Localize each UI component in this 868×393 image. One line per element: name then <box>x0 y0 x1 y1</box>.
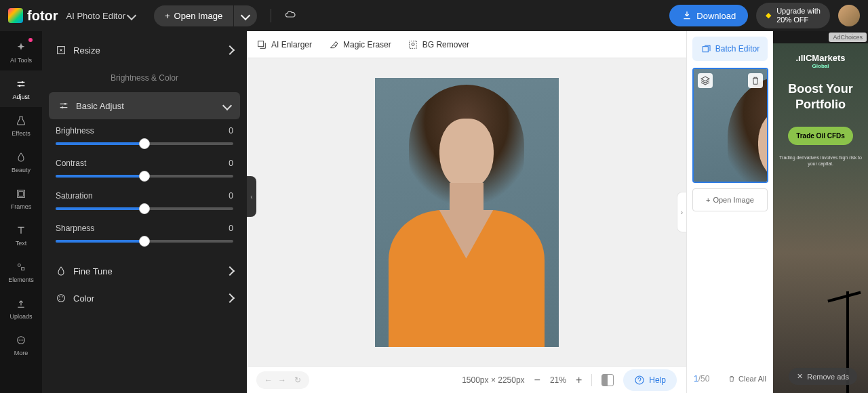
help-button[interactable]: Help <box>623 369 677 391</box>
sharpness-slider[interactable] <box>56 240 233 243</box>
nav-effects[interactable]: Effects <box>0 107 42 144</box>
ad-column: AdChoices .ılICMarkets Global Boost Your… <box>773 31 868 393</box>
svg-point-4 <box>18 264 20 266</box>
svg-rect-3 <box>19 192 24 196</box>
upgrade-button[interactable]: ◆ Upgrade with 20% OFF <box>756 3 830 28</box>
svg-point-13 <box>58 295 65 302</box>
magic-eraser-tool[interactable]: Magic Eraser <box>328 39 391 50</box>
image-thumbnail[interactable] <box>692 68 768 183</box>
ad-brand-sub: Global <box>796 63 846 69</box>
nav-label: Elements <box>8 276 34 283</box>
shapes-icon <box>14 260 28 274</box>
open-image-tile[interactable]: + Open Image <box>692 188 768 211</box>
edited-photo[interactable] <box>375 78 559 347</box>
upgrade-line2: 20% OFF <box>776 16 821 24</box>
svg-point-14 <box>59 296 60 297</box>
brightness-slider[interactable] <box>56 142 233 145</box>
compare-icon[interactable] <box>601 374 614 386</box>
slider-thumb[interactable] <box>139 236 150 247</box>
sliders-icon <box>14 77 28 91</box>
tool-label: Magic Eraser <box>343 40 391 49</box>
contrast-slider-group: Contrast0 <box>42 154 247 187</box>
slider-label: Saturation <box>56 191 93 201</box>
right-panel-expand-handle[interactable]: › <box>677 192 686 232</box>
adchoices-badge[interactable]: AdChoices <box>829 33 867 42</box>
panel-collapse-handle[interactable]: ‹ <box>247 176 256 217</box>
saturation-slider[interactable] <box>56 207 233 210</box>
editor-mode-dropdown[interactable]: AI Photo Editor <box>66 11 135 21</box>
nav-frames[interactable]: Frames <box>0 180 42 217</box>
undo-button[interactable]: ← <box>264 375 273 385</box>
svg-rect-18 <box>409 41 416 48</box>
text-icon <box>14 224 28 237</box>
status-bar: ← → ↻ 1500px × 2250px − 21% + Help <box>247 366 686 393</box>
count-total: /50 <box>698 374 710 384</box>
ai-enlarger-tool[interactable]: AI Enlarger <box>256 39 312 50</box>
nav-elements[interactable]: Elements <box>0 253 42 290</box>
batch-label: Batch Editor <box>715 44 760 54</box>
plus-icon: + <box>165 11 170 21</box>
slider-thumb[interactable] <box>139 171 150 182</box>
redo-button[interactable]: → <box>278 375 286 385</box>
resize-row[interactable]: Resize <box>42 37 247 64</box>
plus-icon: + <box>706 196 710 204</box>
download-button[interactable]: Download <box>669 5 748 26</box>
ad-banner[interactable]: .ılICMarkets Global Boost Your Portfolio… <box>773 43 868 393</box>
contrast-slider[interactable] <box>56 175 233 178</box>
slider-thumb[interactable] <box>139 138 150 149</box>
user-avatar[interactable] <box>838 5 860 26</box>
tool-label: BG Remover <box>422 40 469 49</box>
section-brightness-color: Brightness & Color <box>42 64 247 89</box>
slider-value: 0 <box>229 126 233 136</box>
brand-logo[interactable]: fotor <box>8 8 58 24</box>
basic-adjust-label: Basic Adjust <box>76 101 124 111</box>
cloud-sync-icon[interactable] <box>285 9 296 22</box>
download-icon <box>682 10 692 21</box>
nav-uploads[interactable]: Uploads <box>0 290 42 327</box>
slider-value: 0 <box>229 191 233 201</box>
svg-point-11 <box>64 103 66 105</box>
svg-rect-17 <box>258 41 264 46</box>
notification-dot <box>28 38 33 42</box>
help-icon <box>634 375 645 386</box>
svg-point-9 <box>22 339 23 340</box>
fine-tune-row[interactable]: Fine Tune <box>42 257 247 285</box>
bg-remover-tool[interactable]: BG Remover <box>408 39 469 50</box>
delete-thumbnail-button[interactable] <box>748 73 763 88</box>
slider-thumb[interactable] <box>139 203 150 214</box>
layers-icon[interactable] <box>698 73 713 88</box>
basic-adjust-accordion[interactable]: Basic Adjust <box>49 92 240 119</box>
batch-editor-button[interactable]: Batch Editor <box>692 37 768 61</box>
close-icon: ✕ <box>797 372 803 381</box>
resize-icon <box>56 45 66 56</box>
nav-label: More <box>14 350 28 356</box>
open-image-dropdown[interactable] <box>234 5 257 26</box>
nav-text[interactable]: Text <box>0 217 42 253</box>
zoom-in-button[interactable]: + <box>576 374 582 386</box>
svg-rect-2 <box>18 190 25 198</box>
clear-all-label: Clear All <box>738 375 766 383</box>
nav-beauty[interactable]: Beauty <box>0 144 42 180</box>
chevron-down-icon <box>241 10 250 20</box>
svg-point-20 <box>635 376 644 384</box>
sharpness-slider-group: Sharpness0 <box>42 220 247 252</box>
zoom-out-button[interactable]: − <box>534 374 540 386</box>
remove-ads-button[interactable]: ✕ Remove ads <box>789 368 857 385</box>
svg-rect-5 <box>22 268 24 270</box>
color-row[interactable]: Color <box>42 285 247 312</box>
image-count-row: 1/50 Clear All <box>692 370 768 388</box>
history-button[interactable]: ↻ <box>294 375 301 385</box>
canvas-area: AI Enlarger Magic Eraser BG Remover › ← … <box>247 31 686 393</box>
ad-disclaimer: Trading derivatives involves high risk t… <box>778 154 863 167</box>
nav-ai-tools[interactable]: AI Tools <box>0 34 42 70</box>
nav-more[interactable]: More <box>0 327 42 363</box>
nav-label: Text <box>16 240 27 247</box>
sparkle-icon <box>14 41 28 54</box>
nav-adjust[interactable]: Adjust <box>0 70 42 107</box>
open-image-button[interactable]: + Open Image <box>154 5 233 26</box>
help-label: Help <box>649 375 666 385</box>
clear-all-button[interactable]: Clear All <box>728 375 766 383</box>
chevron-down-icon <box>127 11 136 20</box>
canvas[interactable] <box>247 58 686 366</box>
ad-cta-button[interactable]: Trade Oil CFDs <box>788 127 853 145</box>
